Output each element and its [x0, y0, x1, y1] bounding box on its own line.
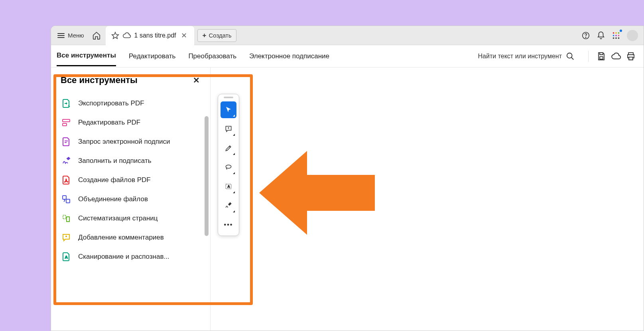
main-area: Все инструменты ✕ Экспортировать PDF Ред… [51, 67, 644, 331]
svg-text:人: 人 [64, 179, 68, 182]
select-tool[interactable] [221, 101, 236, 118]
floating-toolbar[interactable]: A ••• [218, 94, 239, 236]
pencil-icon [225, 144, 232, 152]
svg-point-10 [618, 37, 620, 39]
cloud-icon [122, 31, 131, 40]
svg-point-4 [618, 32, 620, 34]
tool-export-pdf[interactable]: Экспортировать PDF [58, 94, 207, 113]
apps-icon [612, 31, 620, 40]
panel-scrollbar[interactable] [205, 116, 209, 236]
hamburger-icon [57, 33, 65, 38]
tool-request-signature[interactable]: Запрос электронной подписи [58, 132, 207, 151]
draw-tool[interactable] [221, 159, 236, 176]
tool-label: Сканирование и распознав... [78, 253, 169, 261]
highlight-tool[interactable] [221, 140, 236, 157]
svg-point-3 [615, 32, 617, 34]
save-button[interactable] [594, 49, 609, 63]
svg-point-23 [226, 165, 231, 168]
svg-point-8 [613, 37, 614, 39]
save-icon [597, 52, 606, 61]
sign-tool-icon [225, 202, 232, 210]
tool-label: Создание файлов PDF [78, 176, 151, 184]
combine-icon [61, 194, 71, 204]
tool-label: Добавление комментариев [78, 234, 164, 242]
svg-rect-16 [63, 123, 67, 126]
tool-label: Запрос электронной подписи [78, 138, 170, 146]
toolbar: Все инструменты Редактировать Преобразов… [51, 45, 644, 67]
panel-list[interactable]: Экспортировать PDF Редактировать PDF Зап… [51, 92, 210, 331]
cloud-button[interactable] [609, 49, 624, 64]
svg-rect-14 [629, 57, 633, 60]
svg-rect-21 [67, 217, 69, 222]
tool-edit-pdf[interactable]: Редактировать PDF [58, 113, 207, 132]
svg-point-11 [567, 53, 572, 58]
title-bar: Меню 1 sans titre.pdf ✕ + Создать [51, 26, 644, 45]
more-tools[interactable]: ••• [221, 216, 236, 233]
tool-label: Объединение файлов [78, 195, 148, 203]
svg-point-7 [618, 35, 620, 36]
bell-icon [597, 31, 605, 40]
svg-point-2 [613, 32, 614, 34]
tab-title: 1 sans titre.pdf [134, 32, 176, 39]
create-button[interactable]: + Создать [197, 29, 237, 42]
svg-rect-12 [600, 57, 603, 59]
tab-edit[interactable]: Редактировать [129, 47, 175, 66]
sign-tool[interactable] [221, 197, 236, 214]
search-area[interactable]: Найти текст или инструмент [478, 52, 575, 61]
help-icon [581, 31, 590, 40]
organize-icon [61, 214, 71, 223]
document-tab[interactable]: 1 sans titre.pdf ✕ [106, 26, 194, 45]
search-icon [566, 52, 575, 61]
tab-convert[interactable]: Преобразовать [188, 47, 236, 66]
edit-pdf-icon [61, 118, 71, 127]
svg-point-5 [613, 35, 614, 36]
export-pdf-icon [61, 99, 71, 108]
print-icon [626, 52, 636, 61]
tool-add-comments[interactable]: Добавление комментариев [58, 228, 207, 247]
text-box-icon: A [225, 182, 232, 190]
tab-esign[interactable]: Электронное подписание [249, 47, 329, 66]
search-placeholder: Найти текст или инструмент [478, 53, 562, 60]
svg-rect-15 [63, 119, 70, 122]
tool-create-pdf[interactable]: 人 Создание файлов PDF [58, 170, 207, 190]
tab-all-tools[interactable]: Все инструменты [57, 46, 116, 66]
svg-rect-18 [63, 196, 66, 199]
tool-label: Заполнить и подписать [78, 157, 152, 165]
help-button[interactable] [578, 28, 593, 43]
svg-text:A: A [228, 184, 230, 188]
signature-request-icon [61, 137, 71, 147]
tool-fill-sign[interactable]: Заполнить и подписать [58, 151, 207, 170]
menu-label: Меню [68, 32, 84, 39]
toolbar-divider [588, 51, 589, 62]
notifications-button[interactable] [593, 28, 609, 43]
tab-close-button[interactable]: ✕ [179, 30, 189, 42]
comment-tool[interactable] [221, 121, 236, 137]
tool-label: Экспортировать PDF [78, 99, 144, 107]
apps-button[interactable] [609, 28, 624, 43]
drag-handle[interactable] [224, 97, 233, 98]
text-box-tool[interactable]: A [221, 178, 236, 195]
panel-close-button[interactable]: ✕ [191, 74, 201, 87]
tool-label: Систематизация страниц [78, 214, 158, 222]
svg-point-6 [615, 35, 617, 36]
create-label: Создать [209, 32, 231, 39]
comment-icon [61, 233, 71, 242]
cursor-icon [225, 106, 232, 113]
lasso-icon [225, 163, 232, 171]
tool-combine-files[interactable]: Объединение файлов [58, 190, 207, 209]
tool-organize-pages[interactable]: Систематизация страниц [58, 209, 207, 228]
user-avatar[interactable] [627, 30, 638, 41]
svg-point-9 [615, 37, 617, 39]
plus-icon: + [203, 32, 207, 40]
home-button[interactable] [89, 28, 104, 43]
menu-button[interactable]: Меню [53, 30, 88, 41]
panel-header: Все инструменты ✕ [51, 67, 210, 92]
print-button[interactable] [624, 49, 638, 63]
fill-sign-icon [61, 156, 71, 166]
star-icon[interactable] [111, 32, 119, 40]
svg-text:A: A [65, 255, 68, 259]
ellipsis-icon: ••• [224, 221, 233, 228]
svg-point-1 [585, 37, 586, 37]
tool-scan-ocr[interactable]: A Сканирование и распознав... [58, 247, 207, 266]
svg-rect-19 [66, 199, 70, 203]
